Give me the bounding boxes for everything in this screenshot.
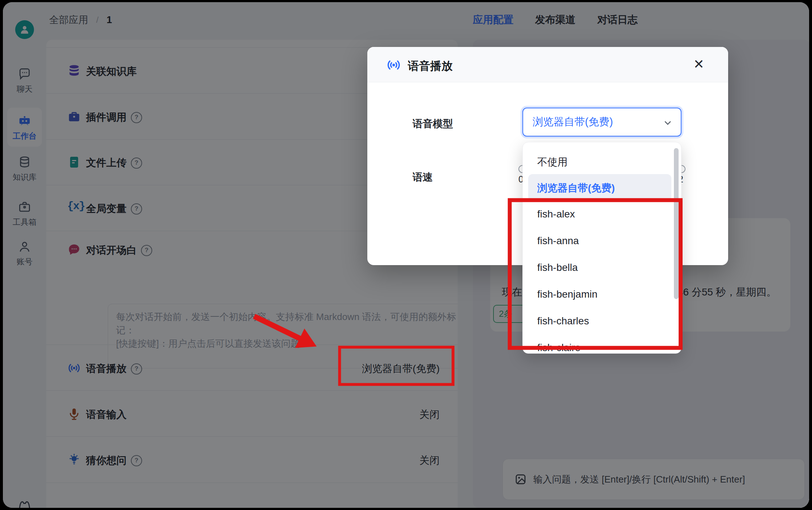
modal-header: 语音播放 ✕ bbox=[367, 47, 728, 82]
screenshot-root: 全部应用 / 1 应用配置 发布渠道 对话日志 聊天 bbox=[0, 0, 812, 510]
voice-model-label: 语音模型 bbox=[413, 117, 453, 131]
speed-label: 语速 bbox=[413, 170, 433, 184]
dropdown-option[interactable]: fish-anna bbox=[537, 235, 579, 247]
dropdown-option[interactable]: 不使用 bbox=[537, 155, 568, 169]
dropdown-option-selected[interactable]: 浏览器自带(免费) bbox=[537, 181, 615, 195]
dropdown-scrollbar[interactable] bbox=[674, 148, 679, 299]
dropdown-option[interactable]: fish-benjamin bbox=[537, 289, 598, 300]
app-window: 全部应用 / 1 应用配置 发布渠道 对话日志 聊天 bbox=[3, 2, 809, 508]
dropdown-option[interactable]: fish-bella bbox=[537, 262, 578, 273]
voice-model-value: 浏览器自带(免费) bbox=[533, 115, 613, 129]
voice-wave-icon bbox=[386, 57, 401, 73]
dropdown-option[interactable]: fish-claire bbox=[537, 342, 581, 354]
dropdown-option[interactable]: fish-alex bbox=[537, 208, 575, 220]
modal-title: 语音播放 bbox=[408, 59, 453, 74]
dropdown-option[interactable]: fish-charles bbox=[537, 315, 589, 327]
voice-model-dropdown: 不使用 浏览器自带(免费) fish-alex fish-anna fish-b… bbox=[522, 142, 681, 354]
chevron-down-icon bbox=[663, 118, 673, 128]
close-icon[interactable]: ✕ bbox=[693, 58, 704, 71]
voice-model-select[interactable]: 浏览器自带(免费) bbox=[522, 108, 681, 137]
